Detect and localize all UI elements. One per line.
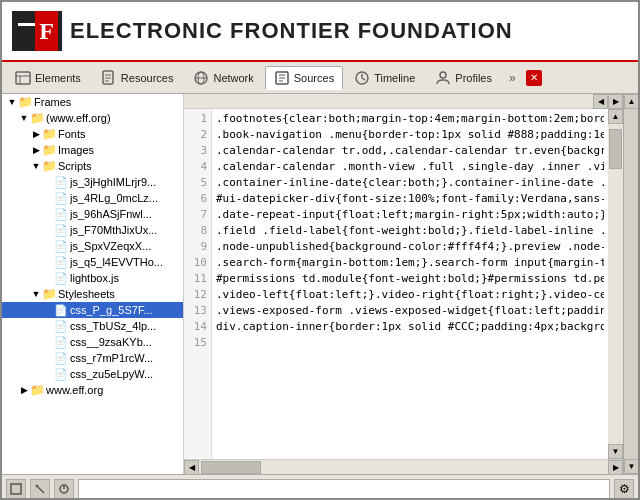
sidebar-item-css3[interactable]: ▶ 📄 css__9zsaKYb... [2, 334, 183, 350]
tab-sources[interactable]: Sources [265, 66, 343, 90]
css3-icon: 📄 [54, 335, 68, 349]
h-scroll-thumb[interactable] [201, 461, 261, 474]
fonts-arrow: ▶ [30, 128, 42, 140]
sidebar-item-stylesheets[interactable]: ▼ 📁 Stylesheets [2, 286, 183, 302]
h-scroll-left-btn2[interactable]: ◀ [184, 460, 199, 475]
svg-point-17 [440, 72, 446, 78]
tab-timeline-label: Timeline [374, 72, 415, 84]
css4-label: css_r7mP1rcW... [70, 352, 153, 364]
sidebar-item-scripts[interactable]: ▼ 📁 Scripts [2, 158, 183, 174]
code-line: .views-exposed-form .views-exposed-widge… [216, 303, 604, 319]
h-scroll-right-btn[interactable]: ▶ [608, 94, 623, 109]
svg-rect-0 [16, 72, 30, 84]
code-line: .search-form{margin-bottom:1em;}.search-… [216, 255, 604, 271]
sidebar-item-css4[interactable]: ▶ 📄 css_r7mP1rcW... [2, 350, 183, 366]
code-line: #permissions td.module{font-weight:bold;… [216, 271, 604, 287]
images-folder-icon: 📁 [42, 143, 56, 157]
code-area: 123456789101112131415 .footnotes{clear:b… [184, 109, 623, 459]
h-scroll-top: ◀ ▶ [184, 94, 623, 109]
bottom-btn1[interactable] [6, 479, 26, 499]
sidebar-item-js3[interactable]: ▶ 📄 js_96hASjFnwl... [2, 206, 183, 222]
frames-folder-icon: 📁 [18, 95, 32, 109]
js2-icon: 📄 [54, 191, 68, 205]
main-area: ▼ 📁 Frames ▼ 📁 (www.eff.org) ▶ 📁 Fonts ▶… [2, 94, 638, 474]
toolbar-close[interactable]: ✕ [526, 70, 542, 86]
line-numbers: 123456789101112131415 [184, 109, 212, 459]
tab-profiles[interactable]: Profiles [426, 66, 501, 90]
sidebar-item-css1[interactable]: ▶ 📄 css_P_g_5S7F... [2, 302, 183, 318]
sidebar-item-js5[interactable]: ▶ 📄 js_SpxVZeqxX... [2, 238, 183, 254]
eff-logo-icon: F [12, 11, 62, 51]
sidebar-item-css5[interactable]: ▶ 📄 css_zu5eLpyW... [2, 366, 183, 382]
sidebar-item-frames[interactable]: ▼ 📁 Frames [2, 94, 183, 110]
eff-label: (www.eff.org) [46, 112, 111, 124]
sources-icon [274, 70, 290, 86]
fonts-label: Fonts [58, 128, 86, 140]
js7-icon: 📄 [54, 271, 68, 285]
js7-label: lightbox.js [70, 272, 119, 284]
fonts-folder-icon: 📁 [42, 127, 56, 141]
eff-folder-icon: 📁 [30, 111, 44, 125]
tab-network[interactable]: Network [184, 66, 262, 90]
outer-scroll-down[interactable]: ▼ [624, 459, 639, 474]
code-content: ◀ ▶ 123456789101112131415 .footnotes{cle… [184, 94, 623, 474]
v-scroll-down-btn[interactable]: ▼ [608, 444, 623, 459]
svg-line-16 [362, 78, 365, 80]
js1-label: js_3jHghIMLrjr9... [70, 176, 156, 188]
v-scroll-up-btn[interactable]: ▲ [608, 109, 623, 124]
v-scroll-track [608, 124, 623, 444]
tab-elements[interactable]: Elements [6, 66, 90, 90]
scripts-arrow: ▼ [30, 160, 42, 172]
sidebar-item-js2[interactable]: ▶ 📄 js_4RLg_0mcLz... [2, 190, 183, 206]
eff-arrow: ▼ [18, 112, 30, 124]
elements-icon [15, 70, 31, 86]
bottom-btn3[interactable] [54, 479, 74, 499]
code-line: .field .field-label{font-weight:bold;}.f… [216, 223, 604, 239]
search-input[interactable] [78, 479, 610, 499]
js1-icon: 📄 [54, 175, 68, 189]
code-line: .node-unpublished{background-color:#fff4… [216, 239, 604, 255]
sidebar-item-eff-bottom[interactable]: ▶ 📁 www.eff.org [2, 382, 183, 398]
css2-label: css_TbUSz_4lp... [70, 320, 156, 332]
v-scroll-thumb[interactable] [609, 129, 622, 169]
sidebar-item-css2[interactable]: ▶ 📄 css_TbUSz_4lp... [2, 318, 183, 334]
sidebar-item-js7[interactable]: ▶ 📄 lightbox.js [2, 270, 183, 286]
css1-icon: 📄 [54, 303, 68, 317]
tab-resources[interactable]: Resources [92, 66, 183, 90]
images-arrow: ▶ [30, 144, 42, 156]
js3-icon: 📄 [54, 207, 68, 221]
sidebar-item-js1[interactable]: ▶ 📄 js_3jHghIMLrjr9... [2, 174, 183, 190]
js6-label: js_q5_l4EVVTHo... [70, 256, 163, 268]
sidebar-item-eff[interactable]: ▼ 📁 (www.eff.org) [2, 110, 183, 126]
sidebar: ▼ 📁 Frames ▼ 📁 (www.eff.org) ▶ 📁 Fonts ▶… [2, 94, 184, 474]
org-name: ELECTRONIC FRONTIER FOUNDATION [70, 18, 513, 44]
eff-bottom-arrow: ▶ [18, 384, 30, 396]
h-scroll-left-btn[interactable]: ◀ [593, 94, 608, 109]
outer-scrollbar: ▲ ▼ [623, 94, 638, 474]
outer-scroll-up[interactable]: ▲ [624, 94, 639, 109]
images-label: Images [58, 144, 94, 156]
bottom-btn2[interactable] [30, 479, 50, 499]
sidebar-item-images[interactable]: ▶ 📁 Images [2, 142, 183, 158]
code-line: .date-repeat-input{float:left;margin-rig… [216, 207, 604, 223]
stylesheets-label: Stylesheets [58, 288, 115, 300]
stylesheets-arrow: ▼ [30, 288, 42, 300]
logo-box: F ELECTRONIC FRONTIER FOUNDATION [12, 11, 513, 51]
code-line: .video-left{float:left;}.video-right{flo… [216, 287, 604, 303]
sidebar-item-js6[interactable]: ▶ 📄 js_q5_l4EVVTHo... [2, 254, 183, 270]
sidebar-item-fonts[interactable]: ▶ 📁 Fonts [2, 126, 183, 142]
tab-resources-label: Resources [121, 72, 174, 84]
tab-network-label: Network [213, 72, 253, 84]
css2-icon: 📄 [54, 319, 68, 333]
tab-timeline[interactable]: Timeline [345, 66, 424, 90]
code-line: #ui-datepicker-div{font-size:100%;font-f… [216, 191, 604, 207]
code-line: .footnotes{clear:both;margin-top:4em;mar… [216, 111, 604, 127]
code-line: div.caption-inner{border:1px solid #CCC;… [216, 319, 604, 335]
toolbar-overflow[interactable]: » [503, 68, 522, 88]
gear-button[interactable]: ⚙ [614, 479, 634, 499]
code-lines[interactable]: .footnotes{clear:both;margin-top:4em;mar… [212, 109, 608, 459]
timeline-icon [354, 70, 370, 86]
h-scroll-right-btn2[interactable]: ▶ [608, 460, 623, 475]
sidebar-item-js4[interactable]: ▶ 📄 js_F70MthJixUx... [2, 222, 183, 238]
toolbar: Elements Resources Network Sources Timel… [2, 62, 638, 94]
